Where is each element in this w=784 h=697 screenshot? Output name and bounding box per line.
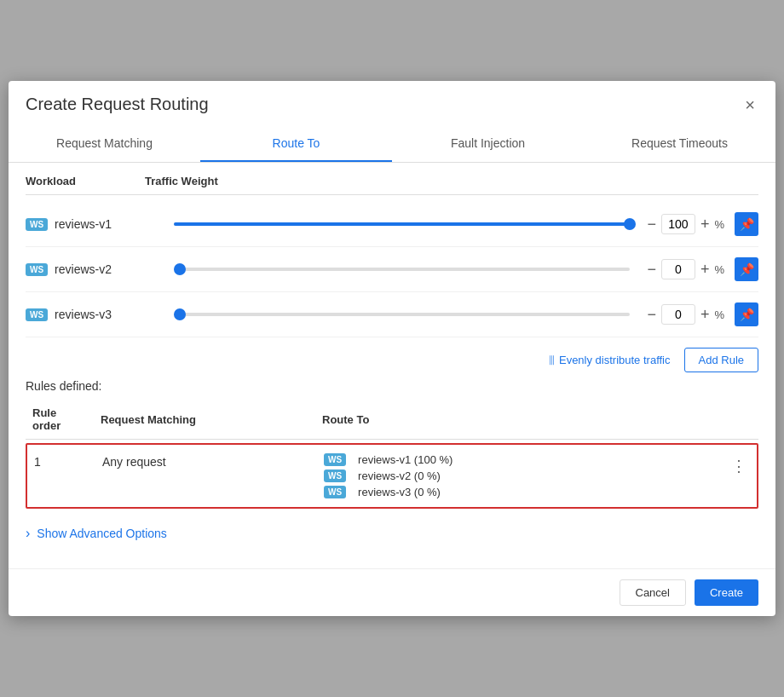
tab-bar: Request Matching Route To Fault Injectio… — [9, 126, 775, 163]
increment-v3[interactable]: + — [699, 307, 712, 322]
slider-v1[interactable] — [174, 222, 630, 226]
pin-button-v3[interactable]: 📌 — [735, 302, 758, 326]
route-entry-v1-text: reviews-v1 (100 %) — [358, 453, 453, 466]
tab-request-timeouts[interactable]: Request Timeouts — [584, 126, 775, 162]
ws-badge-v2: WS — [26, 263, 48, 276]
increment-v1[interactable]: + — [699, 216, 712, 232]
tab-request-matching[interactable]: Request Matching — [9, 126, 200, 162]
workload-row-reviews-v2: WS reviews-v2 − + % 📌 — [26, 247, 758, 292]
pct-label-v3: % — [714, 308, 724, 321]
route-entry-v3-text: reviews-v3 (0 %) — [358, 486, 441, 498]
pin-button-v1[interactable]: 📌 — [735, 212, 758, 236]
more-options-button-1[interactable]: ⋮ — [728, 453, 750, 479]
pct-label-v2: % — [714, 263, 724, 276]
col-request-matching: Request Matching — [94, 401, 315, 440]
value-controls-v1: − + % 📌 — [645, 212, 758, 236]
workload-name-v1: reviews-v1 — [55, 217, 165, 231]
close-button[interactable]: × — [741, 96, 758, 113]
workload-name-v3: reviews-v3 — [55, 308, 165, 321]
modal-title: Create Request Routing — [26, 95, 209, 114]
cancel-button[interactable]: Cancel — [620, 579, 686, 606]
modal-body: Workload Traffic Weight WS reviews-v1 − … — [9, 163, 775, 568]
rules-table: Rule order Request Matching Route To — [26, 401, 758, 440]
evenly-distribute-label: Evenly distribute traffic — [559, 354, 671, 366]
chevron-right-icon: › — [26, 526, 30, 541]
ws-badge-v3: WS — [26, 308, 48, 321]
value-controls-v3: − + % 📌 — [645, 302, 758, 326]
column-headers: Workload Traffic Weight — [26, 163, 758, 195]
slider-v2[interactable] — [174, 268, 630, 271]
value-input-v3[interactable] — [661, 304, 695, 325]
distribute-icon: ⫴ — [549, 353, 554, 368]
value-input-v2[interactable] — [661, 259, 695, 279]
create-button[interactable]: Create — [695, 579, 758, 606]
add-rule-button[interactable]: Add Rule — [684, 348, 758, 372]
traffic-weight-column-header: Traffic Weight — [145, 175, 218, 187]
value-input-v1[interactable] — [661, 214, 695, 234]
increment-v2[interactable]: + — [699, 262, 712, 277]
pct-label-v1: % — [714, 218, 724, 231]
tab-fault-injection[interactable]: Fault Injection — [392, 126, 584, 162]
route-entry-v3: WS reviews-v3 (0 %) — [324, 486, 716, 498]
rule-order-1: 1 — [34, 453, 102, 469]
col-rule-order: Rule order — [26, 401, 94, 440]
create-request-routing-modal: Create Request Routing × Request Matchin… — [9, 81, 775, 616]
pin-button-v2[interactable]: 📌 — [735, 257, 758, 281]
col-route-to: Route To — [315, 401, 724, 440]
rule-matching-1: Any request — [102, 453, 324, 469]
show-advanced-label: Show Advanced Options — [37, 527, 167, 540]
decrement-v2[interactable]: − — [645, 262, 658, 277]
actions-row: ⫴ Evenly distribute traffic Add Rule — [26, 337, 758, 379]
value-controls-v2: − + % 📌 — [645, 257, 758, 281]
rule-routes-1: WS reviews-v1 (100 %) WS reviews-v2 (0 %… — [324, 453, 716, 498]
modal-header: Create Request Routing × — [9, 81, 775, 126]
workload-row-reviews-v3: WS reviews-v3 − + % 📌 — [26, 292, 758, 337]
modal-footer: Cancel Create — [9, 568, 775, 616]
show-advanced-options[interactable]: › Show Advanced Options — [26, 516, 758, 551]
rule-row-1: 1 Any request WS reviews-v1 (100 %) WS r… — [26, 443, 758, 509]
ws-badge-v1: WS — [26, 218, 48, 231]
slider-v3[interactable] — [174, 313, 630, 316]
workload-row-reviews-v1: WS reviews-v1 − + % 📌 — [26, 202, 758, 247]
workload-name-v2: reviews-v2 — [55, 262, 165, 276]
tab-route-to[interactable]: Route To — [200, 126, 392, 162]
route-entry-v2: WS reviews-v2 (0 %) — [324, 469, 716, 482]
ws-badge-route-v2: WS — [324, 469, 346, 482]
route-entry-v1: WS reviews-v1 (100 %) — [324, 453, 716, 466]
workload-column-header: Workload — [26, 175, 145, 187]
decrement-v3[interactable]: − — [645, 307, 658, 322]
ws-badge-route-v3: WS — [324, 486, 346, 498]
decrement-v1[interactable]: − — [645, 216, 658, 232]
evenly-distribute-button[interactable]: ⫴ Evenly distribute traffic — [549, 353, 671, 368]
ws-badge-route-v1: WS — [324, 453, 346, 466]
rules-defined-label: Rules defined: — [26, 379, 758, 393]
route-entry-v2-text: reviews-v2 (0 %) — [358, 469, 441, 482]
rule-actions-1: ⋮ — [716, 453, 750, 479]
